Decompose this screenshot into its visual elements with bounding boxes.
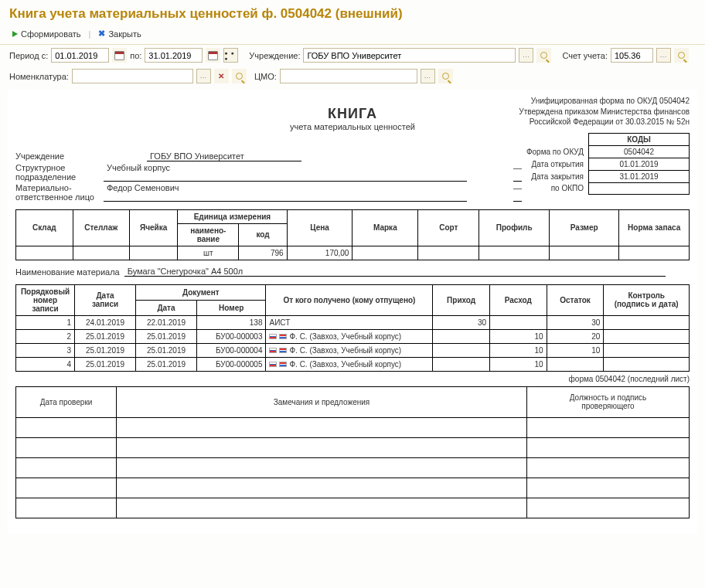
last-sheet-label: форма 0504042 (последний лист): [15, 375, 690, 383]
check-table: Дата проверки Замечания и предложения До…: [15, 386, 690, 518]
movement-table: Порядковый номер записи Дата записи Доку…: [15, 284, 690, 372]
calendar-icon: [208, 51, 218, 60]
separator: |: [89, 29, 91, 39]
table-row: [16, 478, 690, 498]
table-row: 124.01.201922.01.2019138АИСТ3030: [16, 315, 690, 329]
info-dept-value: Учебный корпус: [104, 163, 467, 182]
info-dept-label: Структурное подразделение: [15, 163, 104, 182]
play-icon: [12, 31, 18, 37]
nomenclature-ellipsis-button[interactable]: ...: [196, 69, 211, 83]
generate-button[interactable]: Сформировать: [9, 29, 84, 39]
cmo-input[interactable]: [280, 69, 417, 83]
table-row: 225.01.201925.01.2019БУ00-000003Ф. С. (З…: [16, 329, 690, 343]
material-value: Бумага "Снегурочка" А4 500л: [124, 267, 666, 277]
flag-icon: [279, 362, 287, 367]
account-label: Счет учета:: [562, 51, 607, 60]
flag-icon: [269, 334, 277, 339]
page-title: Книга учета материальных ценностей ф. 05…: [0, 0, 705, 25]
flag-icon: [279, 348, 287, 353]
period-from-input[interactable]: [51, 48, 109, 63]
info-mol-label: Материально-ответственное лицо: [15, 183, 104, 202]
cmo-ellipsis-button[interactable]: ...: [421, 69, 435, 83]
nomenclature-input[interactable]: [72, 69, 193, 83]
table-row: [16, 417, 690, 437]
characteristics-table: Склад Стеллаж Ячейка Единица измерения Ц…: [15, 209, 690, 260]
table-row: 325.01.201925.01.2019БУ00-000004Ф. С. (З…: [16, 343, 690, 357]
period-ellipsis-button[interactable]: ● ● ●: [223, 48, 238, 63]
cmo-search-button[interactable]: [438, 69, 453, 83]
search-icon: [540, 52, 547, 59]
info-mol-value: Федор Семенович: [104, 183, 467, 202]
nomenclature-label: Номенклатура:: [9, 72, 69, 81]
org-input[interactable]: [303, 48, 516, 63]
table-row: шт 796 170,00: [16, 246, 690, 260]
info-org-value: ГОБУ ВПО Университет: [147, 151, 301, 161]
table-row: [16, 437, 690, 457]
toolbar: Сформировать | ✖ Закрыть: [0, 25, 705, 45]
account-ellipsis-button[interactable]: ...: [656, 48, 671, 63]
close-button[interactable]: ✖ Закрыть: [95, 28, 144, 39]
close-label: Закрыть: [108, 29, 141, 39]
cmo-label: ЦМО:: [254, 72, 277, 81]
table-row: [16, 457, 690, 478]
codes-block: КОДЫ Форма по ОКУД0504042 Дата открытия0…: [522, 133, 690, 195]
close-icon: ✖: [98, 29, 105, 39]
clear-icon: ✕: [218, 72, 224, 80]
search-icon: [442, 73, 449, 80]
org-label: Учреждение:: [249, 51, 300, 60]
calendar-button-from[interactable]: [112, 48, 127, 63]
nomenclature-clear-button[interactable]: ✕: [214, 69, 229, 83]
report-area: Унифицированная форма по ОКУД 0504042 Ут…: [8, 90, 697, 534]
nomenclature-search-button[interactable]: [232, 69, 247, 83]
period-to-label: по:: [130, 51, 141, 60]
period-from-label: Период с:: [9, 51, 48, 60]
flag-icon: [269, 362, 277, 367]
calendar-icon: [114, 51, 124, 60]
account-input[interactable]: [611, 48, 653, 63]
org-ellipsis-button[interactable]: ...: [519, 48, 533, 63]
calendar-button-to[interactable]: [206, 48, 220, 63]
generate-label: Сформировать: [21, 29, 81, 39]
account-search-button[interactable]: [674, 48, 689, 63]
info-org-label: Учреждение: [15, 151, 147, 161]
flag-icon: [269, 348, 277, 353]
material-label: Наименование материала: [15, 267, 120, 277]
table-row: [16, 498, 690, 518]
table-row: 425.01.201925.01.2019БУ00-000005Ф. С. (З…: [16, 357, 690, 371]
org-search-button[interactable]: [536, 48, 551, 63]
search-icon: [236, 73, 243, 80]
flag-icon: [279, 334, 287, 339]
search-icon: [678, 52, 685, 59]
period-to-input[interactable]: [145, 48, 203, 63]
